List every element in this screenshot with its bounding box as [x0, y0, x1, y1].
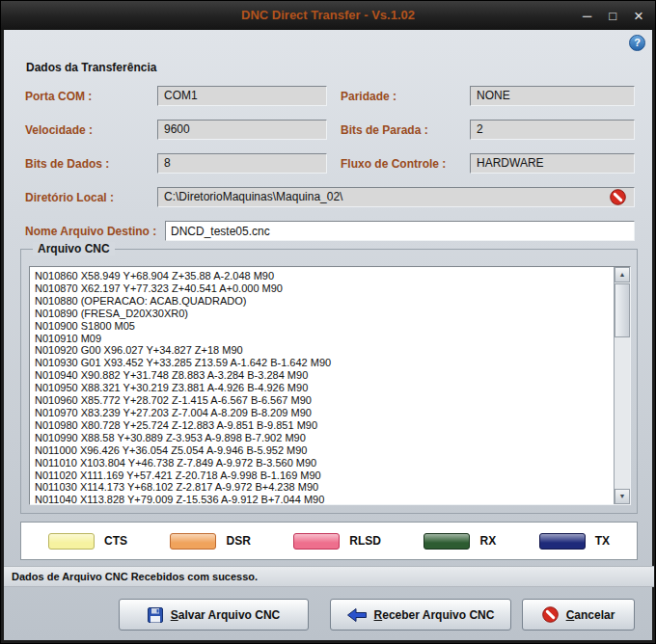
window-controls: ─ □ × [583, 1, 643, 30]
cts-indicator [48, 533, 95, 550]
cancel-button[interactable]: Cancelar [522, 599, 635, 631]
maximize-icon[interactable]: □ [609, 10, 616, 22]
no-entry-icon[interactable] [610, 189, 626, 205]
cnc-textarea[interactable]: N010860 X58.949 Y+68.904 Z+35.88 A-2.048… [29, 266, 631, 505]
cnc-groupbox: Arquivo CNC N010860 X58.949 Y+68.904 Z+3… [20, 249, 638, 514]
diretorio-local-value: C:\DiretorioMaquinas\Maquina_02\ [157, 187, 635, 207]
scroll-down-icon[interactable]: ▼ [615, 489, 630, 504]
bits-dados-value: 8 [157, 153, 327, 174]
diretorio-local-label: Diretório Local : [25, 191, 114, 204]
cts-label: CTS [104, 534, 127, 548]
signal-legend: CTS DSR RLSD RX TX [20, 522, 638, 560]
destination-filename-input[interactable] [165, 221, 635, 241]
section-title: Dados da Transferência [26, 61, 156, 74]
legend-item: CTS [48, 533, 127, 550]
help-button[interactable]: ? [629, 35, 645, 51]
scrollbar-thumb[interactable] [615, 283, 630, 337]
status-message: Dados de Arquivo CNC Recebidos com suces… [12, 571, 258, 582]
arrow-left-icon [347, 608, 367, 622]
paridade-value: NONE [470, 86, 635, 106]
porta-com-label: Porta COM : [25, 90, 92, 103]
rx-indicator [424, 533, 470, 550]
rlsd-label: RLSD [349, 534, 381, 548]
dsr-label: DSR [226, 534, 250, 548]
porta-com-value: COM1 [157, 86, 327, 106]
window-title: DNC Direct Transfer - Vs.1.02 [1, 1, 655, 30]
cnc-text[interactable]: N010860 X58.949 Y+68.904 Z+35.88 A-2.048… [30, 267, 614, 504]
fluxo-controle-label: Fluxo de Controle : [341, 157, 446, 171]
cancel-icon [542, 606, 559, 623]
cnc-group-title: Arquivo CNC [33, 242, 115, 255]
receive-cnc-label: Receber Arquivo CNC [374, 608, 495, 622]
cnc-scrollbar[interactable]: ▲ ▼ [614, 267, 630, 504]
floppy-icon [148, 607, 163, 623]
bits-parada-value: 2 [470, 120, 635, 140]
titlebar[interactable]: DNC Direct Transfer - Vs.1.02 ─ □ × [1, 1, 655, 30]
destination-filename-label: Nome Arquivo Destino : [25, 225, 156, 238]
app-window: DNC Direct Transfer - Vs.1.02 ─ □ × ? Da… [0, 0, 656, 644]
velocidade-value: 9600 [157, 120, 327, 140]
rlsd-indicator [293, 533, 340, 550]
tx-label: TX [595, 534, 610, 548]
minimize-icon[interactable]: ─ [583, 10, 591, 22]
legend-item: RLSD [293, 533, 381, 550]
question-icon: ? [634, 37, 641, 48]
legend-item: DSR [170, 533, 250, 550]
legend-item: TX [539, 533, 610, 550]
bits-parada-label: Bits de Parada : [341, 123, 428, 137]
tx-indicator [539, 533, 586, 550]
legend-item: RX [424, 533, 496, 550]
close-icon[interactable]: × [634, 10, 643, 22]
rx-label: RX [479, 534, 496, 548]
save-cnc-label: Salvar Arquivo CNC [171, 608, 281, 622]
save-cnc-button[interactable]: Salvar Arquivo CNC [119, 599, 309, 631]
velocidade-label: Velocidade : [25, 123, 93, 137]
paridade-label: Paridade : [341, 90, 396, 103]
fluxo-controle-value: HARDWARE [470, 153, 635, 174]
bits-dados-label: Bits de Dados : [25, 157, 109, 171]
cancel-label: Cancelar [566, 608, 615, 622]
dsr-indicator [170, 533, 216, 550]
status-bar: Dados de Arquivo CNC Recebidos com suces… [4, 566, 654, 587]
scroll-up-icon[interactable]: ▲ [615, 267, 630, 282]
receive-cnc-button[interactable]: Receber Arquivo CNC [330, 599, 511, 631]
